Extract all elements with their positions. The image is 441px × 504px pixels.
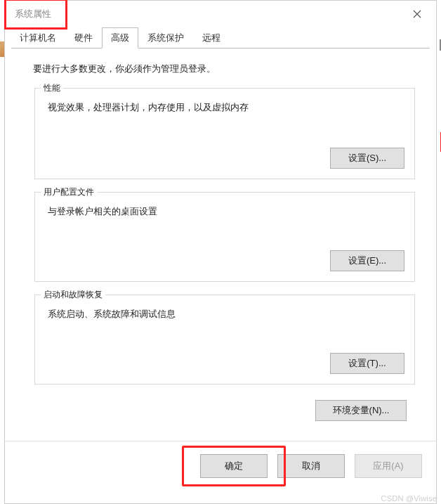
group-user-profiles-title: 用户配置文件 bbox=[41, 186, 97, 198]
tab-remote[interactable]: 远程 bbox=[193, 27, 230, 49]
group-user-profiles: 用户配置文件 与登录帐户相关的桌面设置 设置(E)... bbox=[34, 192, 415, 282]
cancel-button[interactable]: 取消 bbox=[277, 454, 345, 478]
startup-settings-button[interactable]: 设置(T)... bbox=[330, 353, 404, 374]
group-startup-title: 启动和故障恢复 bbox=[41, 289, 105, 301]
tab-advanced[interactable]: 高级 bbox=[102, 27, 138, 49]
environment-variables-button[interactable]: 环境变量(N)... bbox=[315, 400, 407, 421]
system-properties-dialog: 系统属性 计算机名 硬件 高级 系统保护 远程 要进行大多数更改，你必须作为管理… bbox=[4, 0, 437, 504]
titlebar: 系统属性 bbox=[5, 1, 436, 27]
window-title: 系统属性 bbox=[11, 5, 55, 23]
ok-button[interactable]: 确定 bbox=[200, 454, 268, 478]
group-performance-title: 性能 bbox=[41, 82, 63, 94]
group-performance-desc: 视觉效果，处理器计划，内存使用，以及虚拟内存 bbox=[48, 101, 404, 114]
watermark: CSDN @Viwise bbox=[381, 494, 437, 503]
group-performance: 性能 视觉效果，处理器计划，内存使用，以及虚拟内存 设置(S)... bbox=[34, 88, 415, 179]
tab-system-protection[interactable]: 系统保护 bbox=[138, 27, 193, 49]
apply-button[interactable]: 应用(A) bbox=[355, 454, 422, 478]
tab-hardware[interactable]: 硬件 bbox=[65, 27, 102, 49]
user-profiles-settings-button[interactable]: 设置(E)... bbox=[330, 250, 404, 271]
dialog-footer: 确定 取消 应用(A) bbox=[5, 441, 436, 488]
close-icon bbox=[413, 10, 421, 18]
tab-computer-name[interactable]: 计算机名 bbox=[11, 27, 65, 49]
tab-content-advanced: 要进行大多数更改，你必须作为管理员登录。 性能 视觉效果，处理器计划，内存使用，… bbox=[5, 49, 436, 435]
group-user-profiles-desc: 与登录帐户相关的桌面设置 bbox=[48, 205, 404, 218]
performance-settings-button[interactable]: 设置(S)... bbox=[330, 148, 404, 169]
group-startup-desc: 系统启动、系统故障和调试信息 bbox=[48, 308, 404, 321]
tab-bar: 计算机名 硬件 高级 系统保护 远程 bbox=[5, 27, 436, 49]
close-button[interactable] bbox=[402, 4, 432, 25]
admin-note: 要进行大多数更改，你必须作为管理员登录。 bbox=[33, 63, 416, 75]
group-startup-recovery: 启动和故障恢复 系统启动、系统故障和调试信息 设置(T)... bbox=[34, 295, 415, 385]
